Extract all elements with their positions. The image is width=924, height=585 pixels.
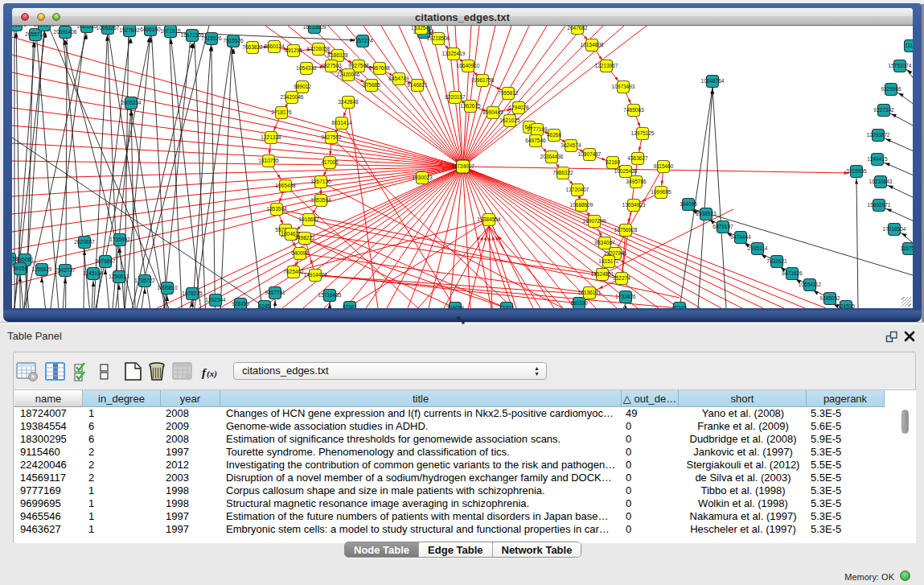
svg-text:23420046: 23420046 — [281, 94, 304, 100]
svg-text:16640910: 16640910 — [457, 63, 480, 68]
svg-text:924505: 924505 — [837, 303, 855, 308]
svg-text:15751074: 15751074 — [889, 63, 912, 68]
svg-text:8220157: 8220157 — [445, 94, 466, 100]
svg-text:20364436: 20364436 — [540, 154, 564, 159]
svg-text:9245052: 9245052 — [819, 295, 840, 301]
svg-text:164095: 164095 — [680, 201, 697, 207]
svg-text:13654923: 13654923 — [622, 202, 646, 208]
svg-text:62160: 62160 — [606, 159, 620, 165]
svg-text:9777169: 9777169 — [527, 126, 548, 132]
svg-text:1099695: 1099695 — [651, 189, 671, 195]
svg-text:9975867: 9975867 — [95, 258, 116, 264]
svg-text:2055714: 2055714 — [25, 31, 46, 37]
svg-text:19384554: 19384554 — [478, 216, 501, 222]
svg-text:3498222: 3498222 — [294, 235, 315, 241]
svg-text:13325419: 13325419 — [442, 51, 466, 56]
svg-text:19756928: 19756928 — [614, 227, 638, 233]
svg-text:10648764: 10648764 — [701, 78, 725, 84]
svg-text:6466160: 6466160 — [140, 27, 161, 32]
svg-text:1244415: 1244415 — [867, 156, 888, 162]
svg-text:39159: 39159 — [13, 266, 27, 271]
svg-text:7955812: 7955812 — [498, 90, 519, 96]
svg-text:8990443: 8990443 — [483, 109, 503, 115]
svg-text:16210643: 16210643 — [869, 179, 893, 184]
svg-text:8938923: 8938923 — [696, 211, 717, 216]
svg-text:22420046: 22420046 — [337, 72, 360, 77]
svg-text:15716485: 15716485 — [318, 292, 342, 298]
svg-text:7485063: 7485063 — [623, 107, 644, 113]
svg-text:9327508: 9327508 — [348, 63, 369, 68]
svg-text:9474444: 9474444 — [730, 234, 751, 240]
svg-text:1112: 1112 — [905, 43, 913, 48]
svg-text:1095810: 1095810 — [157, 285, 178, 290]
svg-text:304059: 304059 — [446, 305, 464, 308]
svg-text:1916682: 1916682 — [298, 216, 319, 222]
svg-text:252274: 252274 — [613, 275, 630, 281]
svg-text:1145194: 1145194 — [84, 270, 104, 276]
svg-text:9834067: 9834067 — [594, 240, 615, 245]
svg-text:1678275: 1678275 — [182, 290, 203, 296]
svg-text:18907249: 18907249 — [583, 218, 606, 224]
svg-text:17016504: 17016504 — [883, 226, 906, 232]
svg-text:1815172: 1815172 — [598, 258, 619, 264]
svg-text:10807487: 10807487 — [578, 151, 602, 157]
svg-text:7632621: 7632621 — [766, 258, 787, 264]
svg-text:9457791: 9457791 — [265, 290, 285, 295]
svg-text:1930023: 1930023 — [412, 175, 433, 180]
svg-text:7663822: 7663822 — [242, 44, 263, 50]
svg-text:2020657: 2020657 — [74, 239, 95, 245]
svg-text:2069140: 2069140 — [34, 26, 55, 27]
svg-text:1250513: 1250513 — [109, 274, 129, 279]
svg-text:7625402: 7625402 — [283, 269, 304, 274]
svg-text:4363627: 4363627 — [627, 155, 648, 161]
svg-text:1405571: 1405571 — [12, 26, 27, 27]
svg-text:90245: 90245 — [672, 305, 687, 308]
svg-text:13226058: 13226058 — [307, 46, 331, 51]
svg-text:73302: 73302 — [499, 305, 514, 308]
svg-text:8471626: 8471626 — [782, 270, 803, 276]
svg-text:14914479: 14914479 — [304, 272, 327, 278]
svg-text:9245: 9245 — [259, 303, 271, 308]
svg-text:2047682: 2047682 — [567, 26, 588, 31]
svg-text:12093872: 12093872 — [867, 132, 890, 138]
svg-text:8454749: 8454749 — [388, 76, 409, 81]
svg-text:116753: 116753 — [900, 245, 913, 251]
svg-text:1527602: 1527602 — [119, 27, 140, 33]
svg-text:3495786: 3495786 — [626, 179, 647, 184]
svg-text:1532541: 1532541 — [411, 26, 432, 31]
svg-text:10025438: 10025438 — [614, 168, 638, 174]
svg-text:2718176: 2718176 — [271, 109, 292, 115]
svg-text:1353594: 1353594 — [310, 197, 331, 203]
svg-text:10154808: 10154808 — [581, 42, 604, 47]
svg-text:1353594: 1353594 — [266, 206, 287, 212]
svg-text:3215955: 3215955 — [846, 168, 867, 174]
svg-text:1221338: 1221338 — [261, 134, 281, 140]
svg-text:10961758: 10961758 — [471, 77, 495, 83]
svg-text:6794028: 6794028 — [508, 105, 529, 110]
svg-text:46266: 46266 — [547, 132, 561, 138]
svg-text:1292344: 1292344 — [205, 297, 226, 303]
svg-text:1362615: 1362615 — [460, 103, 481, 109]
svg-text:835061: 835061 — [16, 257, 34, 262]
svg-text:8660124: 8660124 — [264, 43, 285, 49]
svg-text:1065326: 1065326 — [76, 26, 97, 29]
svg-text:9329966: 9329966 — [881, 86, 901, 92]
svg-text:87961: 87961 — [343, 304, 357, 308]
svg-text:3242848: 3242848 — [338, 99, 359, 105]
svg-text:1156829: 1156829 — [32, 266, 52, 272]
svg-text:10973493: 10973493 — [612, 84, 635, 89]
svg-text:10653267: 10653267 — [97, 26, 120, 31]
svg-text:9227342: 9227342 — [873, 107, 894, 113]
svg-text:875685: 875685 — [363, 82, 380, 88]
svg-text:2942737: 2942737 — [55, 267, 76, 273]
svg-text:1810755: 1810755 — [258, 158, 279, 163]
svg-text:19218506: 19218506 — [427, 35, 450, 41]
svg-text:18724007: 18724007 — [451, 163, 474, 169]
svg-text:928450: 928450 — [232, 301, 249, 307]
svg-text:15136141: 15136141 — [578, 290, 602, 295]
svg-text:417006: 417006 — [321, 159, 339, 165]
svg-text:891295: 891295 — [285, 47, 302, 53]
svg-text:6497546: 6497546 — [525, 138, 546, 143]
svg-text:1054332: 1054332 — [296, 65, 317, 71]
svg-text:3267130: 3267130 — [310, 179, 331, 184]
